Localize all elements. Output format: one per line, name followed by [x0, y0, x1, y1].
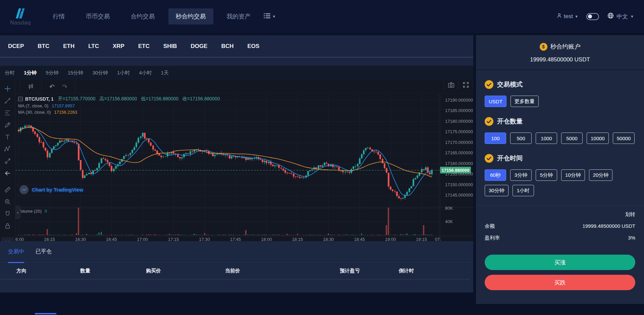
- language-menu[interactable]: 中文 ▼: [607, 12, 634, 21]
- time-option-button[interactable]: 5分钟: [536, 169, 557, 181]
- measure-icon[interactable]: [0, 183, 15, 196]
- coin-tab[interactable]: BTC: [38, 43, 49, 50]
- positions-tab[interactable]: 交易中: [8, 242, 24, 263]
- text-icon[interactable]: [0, 131, 15, 143]
- coin-tab[interactable]: XRP: [113, 43, 124, 50]
- mode-option-button[interactable]: 更多数量: [511, 96, 539, 107]
- interval-option[interactable]: 1天: [161, 70, 169, 76]
- undo-icon[interactable]: ↶: [46, 82, 58, 92]
- amount-option-button[interactable]: 500: [510, 133, 532, 144]
- ma30-value: 17156.2263: [54, 110, 77, 115]
- interval-option[interactable]: 30分钟: [92, 70, 108, 76]
- tradingview-watermark[interactable]: Chart by TradingView: [19, 185, 83, 194]
- amount-option-button[interactable]: 5000: [561, 133, 583, 144]
- buy-down-button[interactable]: 买跌: [485, 275, 635, 290]
- legend-collapse-icon[interactable]: [18, 97, 23, 101]
- nav-item[interactable]: 秒合约交易: [168, 8, 213, 24]
- time-axis-label: 16:15: [44, 237, 55, 241]
- symbol-legend[interactable]: BTC/USDT, 1: [18, 96, 54, 102]
- amount-option-button[interactable]: 10000: [587, 133, 609, 144]
- chart-column: DCEPBTCETHLTCXRPETCSHIBDOGEBCHEOS 分时1分钟5…: [0, 35, 473, 293]
- amount-option-button[interactable]: 50000: [613, 133, 635, 144]
- column-header: 购买价: [146, 268, 225, 274]
- divider: [476, 69, 644, 70]
- buy-up-button[interactable]: 买涨: [485, 255, 635, 270]
- ohlc-values: 开=17155.770000高=17156.880000低=17156.8800…: [58, 96, 224, 102]
- coin-tab[interactable]: ETC: [138, 43, 150, 50]
- markets-menu-button[interactable]: ▼: [262, 10, 278, 23]
- nav-item[interactable]: 行情: [46, 8, 72, 24]
- back-arrow-icon[interactable]: [0, 167, 15, 179]
- time-option-button[interactable]: 10分钟: [561, 169, 585, 181]
- time-axis-label: 07:: [435, 237, 441, 241]
- time-axis-label: 18:00: [261, 237, 272, 241]
- fullscreen-icon[interactable]: [459, 80, 473, 90]
- interval-option[interactable]: 4小时: [139, 70, 152, 76]
- interval-option[interactable]: 1分钟: [24, 70, 37, 76]
- language-label: 中文: [616, 13, 628, 20]
- footer-accent: [35, 313, 56, 314]
- price-axis-label: 17165.000000: [445, 150, 473, 155]
- positions-tab[interactable]: 已平仓: [36, 242, 52, 263]
- coin-tab[interactable]: EOS: [247, 43, 259, 50]
- time-option-button[interactable]: 30分钟: [485, 185, 508, 196]
- fib-icon[interactable]: [0, 107, 15, 119]
- check-circle-icon: [485, 80, 493, 89]
- time-option-button[interactable]: 3分钟: [510, 169, 532, 181]
- interval-option[interactable]: 分时: [5, 70, 15, 76]
- time-option-button[interactable]: 60秒: [485, 169, 506, 181]
- pattern-icon[interactable]: [0, 143, 15, 155]
- navbar: Nasdaq 行情币币交易合约交易秒合约交易我的资产 ▼ test ▼ 中文 ▼: [0, 0, 644, 33]
- coin-tab[interactable]: ETH: [63, 43, 74, 50]
- time-option-button[interactable]: 20分钟: [589, 169, 613, 181]
- nav-item[interactable]: 我的资产: [219, 8, 258, 24]
- redo-icon[interactable]: ↷: [58, 82, 71, 92]
- time-axis-label: 19:15: [416, 237, 427, 241]
- amount-option-button[interactable]: 1000: [536, 133, 557, 144]
- candlestick-canvas[interactable]: [15, 94, 473, 241]
- camera-icon[interactable]: [444, 80, 459, 90]
- time-axis-label: 17:30: [199, 237, 210, 241]
- mode-option-button[interactable]: USDT: [485, 96, 506, 107]
- time-axis-label: 18:30: [323, 237, 334, 241]
- time-axis-label: 19:00: [385, 237, 396, 241]
- time-axis-label: 18:15: [292, 237, 303, 241]
- nasdaq-logo[interactable]: Nasdaq: [10, 8, 31, 25]
- check-circle-icon: [485, 154, 493, 163]
- coin-tab[interactable]: BCH: [221, 43, 234, 50]
- undo-redo-group: ↶ ↷: [42, 80, 75, 94]
- theme-toggle[interactable]: [586, 13, 599, 20]
- coin-tab[interactable]: LTC: [88, 43, 99, 50]
- interval-option[interactable]: 15分钟: [68, 70, 84, 76]
- chart-style-group: [20, 80, 42, 94]
- amount-option-button[interactable]: 100: [485, 133, 506, 144]
- time-option-button[interactable]: 1小时: [513, 185, 534, 196]
- chevron-down-icon[interactable]: [1, 237, 14, 241]
- trendline-icon[interactable]: [0, 95, 15, 107]
- crosshair-icon[interactable]: [0, 83, 15, 95]
- interval-option[interactable]: 1小时: [117, 70, 130, 76]
- nav-item[interactable]: 币币交易: [78, 8, 117, 24]
- time-section-title: 开仓时间: [485, 154, 635, 163]
- interval-option[interactable]: 5分钟: [46, 70, 58, 76]
- price-axis-label: 17145.000000: [445, 193, 473, 198]
- nav-item[interactable]: 合约交易: [123, 8, 162, 24]
- coin-tab[interactable]: DOGE: [191, 43, 208, 50]
- time-axis-label: 16:30: [75, 237, 86, 241]
- collapse-toolbar-handle[interactable]: ‹: [15, 206, 20, 219]
- user-menu[interactable]: test ▼: [556, 13, 578, 20]
- candlestick-style-icon[interactable]: [24, 82, 37, 92]
- coin-tab[interactable]: SHIB: [163, 43, 177, 50]
- transfer-link[interactable]: 划转: [625, 211, 635, 217]
- ma7-value: 17157.9957: [52, 103, 75, 108]
- forecast-icon[interactable]: [0, 155, 15, 167]
- brush-icon[interactable]: [0, 119, 15, 131]
- magnet-icon[interactable]: [0, 208, 15, 220]
- chart-legend: BTC/USDT, 1 开=17155.770000高=17156.880000…: [18, 96, 224, 102]
- check-circle-icon: [485, 117, 493, 126]
- interval-row: 分时1分钟5分钟15分钟30分钟1小时4小时1天: [0, 66, 473, 80]
- lock-icon[interactable]: [0, 220, 15, 232]
- ohlc-value: 收=17156.880000: [182, 96, 220, 101]
- coin-tab[interactable]: DCEP: [8, 43, 24, 50]
- zoom-in-icon[interactable]: [0, 196, 15, 208]
